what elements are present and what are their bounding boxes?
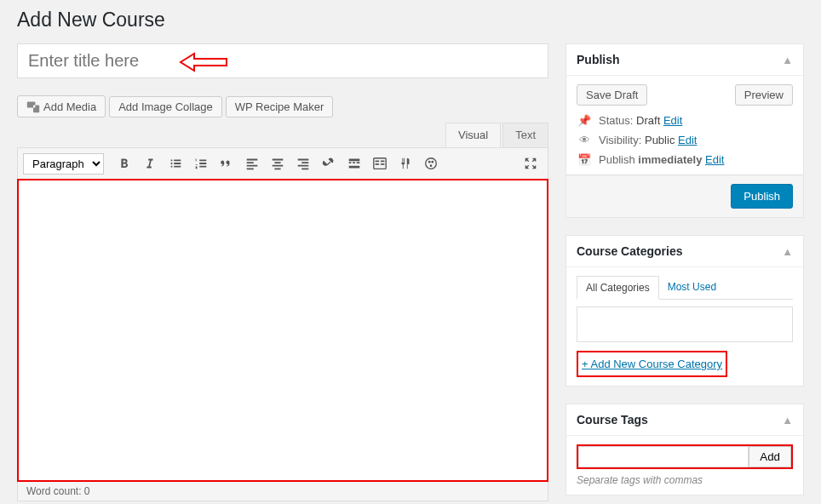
align-left-icon[interactable] <box>240 152 264 175</box>
publish-metabox: Publish ▲ Save Draft Preview 📌 Status: D… <box>566 43 804 218</box>
edit-publish-date-link[interactable]: Edit <box>705 153 724 166</box>
media-icon <box>26 100 40 113</box>
calendar-icon: 📅 <box>577 153 592 166</box>
eye-icon: 👁 <box>577 134 592 146</box>
category-list[interactable] <box>577 306 793 342</box>
caret-up-icon: ▲ <box>782 245 793 258</box>
tags-metabox: Course Tags ▲ Add Separate tags with com… <box>566 404 804 495</box>
tag-hint: Separate tags with commas <box>577 474 793 486</box>
publish-button[interactable]: Publish <box>731 184 793 209</box>
editor-toolbar: Paragraph <box>17 147 548 179</box>
save-draft-button[interactable]: Save Draft <box>577 84 647 106</box>
snippet-icon[interactable] <box>419 152 443 175</box>
format-select[interactable]: Paragraph <box>23 153 104 175</box>
svg-point-3 <box>431 161 433 163</box>
tab-most-used[interactable]: Most Used <box>659 276 725 299</box>
italic-icon[interactable] <box>138 152 162 175</box>
align-center-icon[interactable] <box>266 152 290 175</box>
caret-up-icon: ▲ <box>782 414 793 427</box>
tag-input[interactable] <box>578 446 749 467</box>
pin-icon: 📌 <box>577 114 592 127</box>
align-right-icon[interactable] <box>291 152 315 175</box>
wp-recipe-maker-button[interactable]: WP Recipe Maker <box>226 96 334 117</box>
svg-point-1 <box>426 158 437 169</box>
editor-content-area[interactable] <box>17 179 548 482</box>
add-tag-button[interactable]: Add <box>749 446 791 467</box>
numbered-list-icon[interactable] <box>189 152 213 175</box>
edit-status-link[interactable]: Edit <box>663 114 682 127</box>
tab-all-categories[interactable]: All Categories <box>577 276 659 300</box>
add-new-category-link[interactable]: + Add New Course Category <box>582 354 722 374</box>
categories-header[interactable]: Course Categories ▲ <box>566 236 803 267</box>
preview-button[interactable]: Preview <box>735 84 793 106</box>
publish-header[interactable]: Publish ▲ <box>566 44 803 76</box>
tags-header[interactable]: Course Tags ▲ <box>566 404 803 436</box>
svg-point-4 <box>430 164 433 167</box>
edit-visibility-link[interactable]: Edit <box>678 134 697 146</box>
caret-up-icon: ▲ <box>782 54 793 66</box>
bold-icon[interactable] <box>112 152 136 175</box>
add-image-collage-button[interactable]: Add Image Collage <box>109 96 222 117</box>
blockquote-icon[interactable] <box>215 152 238 175</box>
tab-visual[interactable]: Visual <box>445 123 501 147</box>
link-icon[interactable] <box>317 152 341 175</box>
fullscreen-icon[interactable] <box>519 152 543 175</box>
recipe-icon[interactable] <box>393 152 417 175</box>
tab-text[interactable]: Text <box>502 123 548 147</box>
page-title: Add New Course <box>17 9 804 32</box>
bullet-list-icon[interactable] <box>164 152 187 175</box>
read-more-icon[interactable] <box>342 152 366 175</box>
editor-word-count: Word count: 0 <box>17 482 548 501</box>
add-media-button[interactable]: Add Media <box>17 95 106 117</box>
svg-point-2 <box>428 161 431 163</box>
categories-metabox: Course Categories ▲ All Categories Most … <box>566 235 804 387</box>
course-title-input[interactable] <box>17 43 548 78</box>
toolbar-toggle-icon[interactable] <box>368 152 392 175</box>
